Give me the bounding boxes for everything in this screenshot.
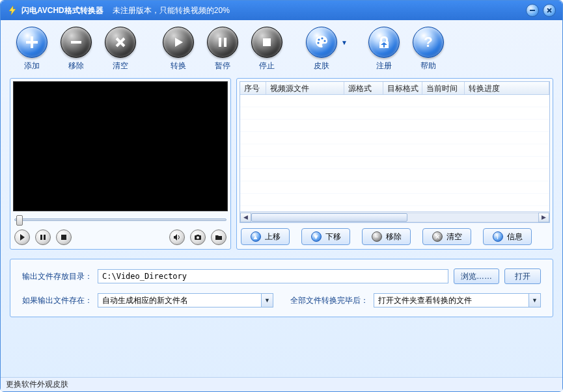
scroll-thumb[interactable] — [251, 213, 407, 222]
app-window: 闪电AVCHD格式转换器 未注册版本，只能转换视频的20% 添加 移除 清空 — [0, 0, 563, 392]
help-button[interactable]: ? — [413, 27, 444, 58]
add-label: 添加 — [24, 60, 40, 72]
convert-label: 转换 — [171, 60, 186, 72]
svg-rect-27 — [197, 235, 199, 236]
main-toolbar: 添加 移除 清空 转换 暂停 停止 — [1, 20, 562, 75]
move-down-button[interactable]: ▼下移 — [301, 228, 350, 245]
pause-label: 暂停 — [215, 60, 230, 72]
svg-rect-6 — [71, 41, 81, 44]
minus-icon: − — [372, 231, 382, 242]
output-dir-label: 输出文件存放目录： — [22, 271, 92, 282]
file-exists-label: 如果输出文件存在： — [22, 295, 92, 306]
info-icon: i — [493, 231, 503, 242]
svg-rect-21 — [40, 235, 42, 240]
horizontal-scrollbar[interactable]: ◀ ▶ — [240, 211, 549, 222]
svg-text:?: ? — [424, 34, 432, 50]
add-button[interactable] — [16, 27, 48, 58]
skin-button[interactable] — [306, 27, 337, 58]
svg-point-16 — [317, 42, 319, 44]
table-body[interactable] — [240, 95, 549, 211]
after-convert-combo[interactable]: 打开文件夹查看转换的文件▼ — [374, 293, 541, 307]
svg-rect-5 — [26, 41, 38, 44]
remove-button[interactable] — [61, 27, 92, 58]
after-convert-label: 全部文件转换完毕后： — [290, 295, 368, 306]
svg-marker-24 — [174, 234, 177, 241]
open-folder-button[interactable] — [211, 229, 227, 245]
minimize-button[interactable] — [526, 4, 539, 17]
file-exists-combo[interactable]: 自动生成相应的新文件名▼ — [98, 293, 273, 307]
svg-rect-23 — [61, 235, 66, 240]
clear-list-button[interactable]: ✕清空 — [422, 228, 471, 245]
th-index[interactable]: 序号 — [240, 82, 266, 94]
svg-rect-12 — [263, 38, 271, 46]
volume-button[interactable] — [169, 229, 185, 245]
browse-button[interactable]: 浏览…… — [454, 268, 499, 284]
file-table: 序号 视频源文件 源格式 目标格式 当前时间 转换进度 ◀ ▶ — [240, 81, 550, 223]
chevron-down-icon[interactable]: ▼ — [261, 294, 273, 307]
clear-label: 清空 — [113, 60, 128, 72]
svg-marker-9 — [175, 38, 183, 47]
arrow-down-icon: ▼ — [311, 231, 322, 242]
register-label: 注册 — [376, 60, 392, 72]
remove-label: 移除 — [68, 60, 84, 72]
th-source[interactable]: 视频源文件 — [266, 82, 344, 94]
preview-panel — [10, 78, 231, 250]
preview-play-button[interactable] — [14, 229, 30, 245]
clear-button[interactable] — [105, 27, 136, 58]
app-subtitle: 未注册版本，只能转换视频的20% — [113, 5, 230, 16]
svg-rect-1 — [530, 10, 535, 11]
stop-label: 停止 — [259, 60, 275, 72]
close-button[interactable] — [543, 4, 556, 17]
scroll-left-icon[interactable]: ◀ — [240, 213, 251, 222]
seek-slider[interactable] — [14, 218, 227, 221]
svg-point-26 — [197, 237, 199, 239]
svg-rect-10 — [219, 38, 221, 47]
preview-stop-button[interactable] — [56, 229, 72, 245]
svg-marker-0 — [9, 6, 16, 15]
info-button[interactable]: i信息 — [483, 228, 532, 245]
output-settings-panel: 输出文件存放目录： 浏览…… 打开 如果输出文件存在： 自动生成相应的新文件名▼… — [10, 259, 553, 317]
open-button[interactable]: 打开 — [504, 268, 541, 284]
svg-point-14 — [321, 37, 323, 39]
svg-rect-22 — [44, 235, 46, 240]
stop-button[interactable] — [251, 27, 282, 58]
chevron-down-icon[interactable]: ▼ — [529, 294, 540, 307]
file-list-panel: 序号 视频源文件 源格式 目标格式 当前时间 转换进度 ◀ ▶ ▲上移 ▼下移 … — [236, 78, 553, 250]
list-actions: ▲上移 ▼下移 −移除 ✕清空 i信息 — [240, 223, 550, 246]
svg-point-13 — [318, 38, 320, 40]
arrow-up-icon: ▲ — [251, 231, 261, 242]
th-srcfmt[interactable]: 源格式 — [344, 82, 383, 94]
table-header: 序号 视频源文件 源格式 目标格式 当前时间 转换进度 — [240, 82, 549, 95]
svg-rect-11 — [224, 38, 227, 47]
status-text: 更换软件外观皮肤 — [6, 379, 68, 390]
remove-item-button[interactable]: −移除 — [362, 228, 411, 245]
status-bar: 更换软件外观皮肤 — [1, 377, 562, 391]
snapshot-button[interactable] — [190, 229, 206, 245]
pause-button[interactable] — [207, 27, 238, 58]
output-dir-input[interactable] — [98, 269, 448, 283]
x-icon: ✕ — [432, 231, 443, 242]
app-icon — [7, 5, 18, 16]
th-dstfmt[interactable]: 目标格式 — [383, 82, 422, 94]
scroll-right-icon[interactable]: ▶ — [538, 213, 549, 222]
svg-point-15 — [323, 40, 325, 42]
th-time[interactable]: 当前时间 — [422, 82, 465, 94]
preview-pause-button[interactable] — [35, 229, 51, 245]
svg-rect-18 — [383, 45, 385, 47]
seek-thumb[interactable] — [16, 215, 23, 226]
skin-dropdown-icon[interactable]: ▼ — [340, 27, 348, 58]
video-preview — [13, 81, 228, 211]
help-label: 帮助 — [420, 60, 436, 72]
app-title: 闪电AVCHD格式转换器 — [21, 5, 103, 16]
move-up-button[interactable]: ▲上移 — [241, 228, 290, 245]
title-bar: 闪电AVCHD格式转换器 未注册版本，只能转换视频的20% — [1, 1, 562, 20]
skin-label: 皮肤 — [314, 60, 329, 72]
th-progress[interactable]: 转换进度 — [465, 82, 549, 94]
svg-marker-20 — [20, 234, 25, 241]
convert-button[interactable] — [163, 27, 194, 58]
register-button[interactable] — [368, 27, 400, 58]
